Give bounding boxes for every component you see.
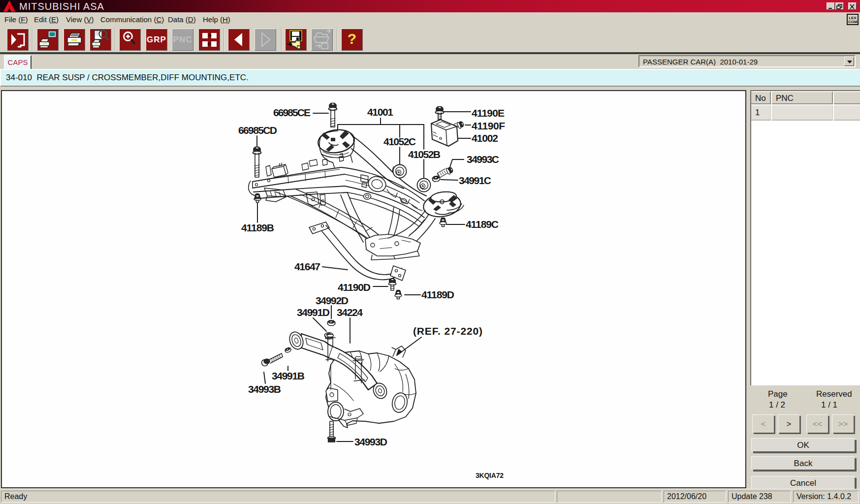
svg-text:66985CD: 66985CD (238, 125, 277, 136)
svg-text:41647: 41647 (294, 261, 320, 272)
svg-text:41189D: 41189D (421, 289, 454, 300)
svg-text:41001: 41001 (367, 106, 393, 118)
svg-text:34991B: 34991B (272, 370, 305, 381)
svg-text:34993C: 34993C (467, 154, 499, 165)
svg-text:66985CE: 66985CE (273, 107, 311, 118)
svg-text:41002: 41002 (472, 132, 498, 144)
svg-text:3KQIA72: 3KQIA72 (476, 472, 504, 479)
svg-text:41189C: 41189C (466, 219, 499, 230)
svg-text:41190D: 41190D (338, 282, 371, 293)
svg-text:34993D: 34993D (354, 436, 387, 447)
svg-text:41190E: 41190E (472, 107, 505, 119)
svg-text:41052B: 41052B (408, 149, 441, 160)
svg-text:34991C: 34991C (459, 175, 491, 186)
svg-text:41189B: 41189B (241, 222, 274, 233)
svg-text:41190F: 41190F (472, 120, 505, 131)
svg-text:(REF. 27-220): (REF. 27-220) (413, 325, 482, 337)
svg-text:34224: 34224 (337, 307, 363, 318)
svg-text:34993B: 34993B (248, 383, 281, 395)
svg-text:34991D: 34991D (297, 307, 330, 318)
svg-text:34992D: 34992D (316, 295, 349, 306)
